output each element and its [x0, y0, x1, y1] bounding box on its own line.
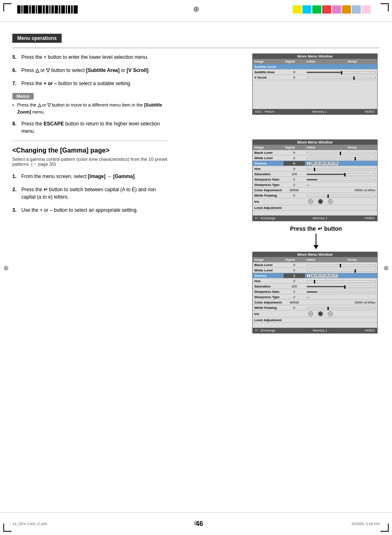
- menu-window-2-container: Move Menu Window Image Signal Initial Se…: [252, 139, 380, 334]
- step-7: 7. Press the + or – button to select a s…: [12, 80, 168, 87]
- arrow-container: Press the ↵ button: [252, 223, 380, 250]
- row3-val-st: 2: [284, 295, 305, 299]
- gamma-step-1-text: From the menu screen, select [Image] → […: [21, 173, 168, 180]
- menu2-empty-space: [253, 211, 377, 215]
- row-bar-la: [305, 207, 377, 208]
- menu-window-2-footer: ↵ : Exchange Memory 1 VIDEO: [253, 215, 377, 221]
- row3-val-wp: 0: [284, 306, 305, 310]
- footer-file: 14_DPX-1300_E.p65: [12, 522, 47, 526]
- footer-video: VIDEO: [364, 110, 375, 113]
- row-val-wp: 0: [284, 193, 305, 198]
- menu-window-3: Move Menu Window Image Signal Initial Se…: [252, 252, 378, 334]
- menu-row-gamma: Gamma A ABCDEFG: [253, 161, 377, 166]
- row-val-subtitle-zoom: [284, 66, 305, 67]
- menu-window-2-title: Move Menu Window: [253, 140, 377, 145]
- arrow-down-icon: [312, 234, 320, 250]
- footer-date: 9/20/05, 5:08 PM: [351, 522, 380, 526]
- row-bar-wp: [305, 194, 377, 197]
- row-val-la: [284, 207, 305, 208]
- row3-bar-wp: [305, 306, 377, 309]
- content-divider: [12, 141, 168, 141]
- row-val-bl: 0: [284, 151, 305, 155]
- row-bar-sg: [305, 178, 377, 181]
- row-val-wl: 0: [284, 156, 305, 160]
- menu-row-level-adj: Level Adjustment: [253, 205, 377, 211]
- footer2-video: VIDEO: [364, 216, 375, 220]
- barcode-top-left: [17, 5, 99, 14]
- menu-row-white-peaking: White Peaking 0: [253, 193, 377, 198]
- menu-row3-sharpness-gain: Sharpness Gain 2: [253, 289, 377, 294]
- menu-row-vscroll: V Scroll 0: [253, 75, 377, 80]
- svg-marker-1: [314, 245, 318, 249]
- menu-row-hue: Hue 0: [253, 166, 377, 171]
- iris-dot3-3: ⊙: [328, 311, 333, 316]
- menu-window-3-footer: ↵ : Exchange Memory 1 VIDEO: [253, 328, 377, 333]
- menu-row3-white-level: White Level 0: [253, 268, 377, 273]
- menu-row3-white-peaking: White Peaking 0: [253, 305, 377, 310]
- menu-row3-black-level: Black Level 0: [253, 262, 377, 268]
- row-val-subtitle-area: 0: [284, 70, 305, 74]
- gamma-section-title: <Changing the [Gamma] page>: [12, 147, 168, 154]
- gamma-step-2: 2. Press the ↵ button to switch between …: [12, 186, 168, 201]
- row3-val-gamma: 2: [284, 273, 305, 278]
- row-label-sat: Saturation: [253, 172, 284, 176]
- row-label-bl: Black Level: [253, 151, 284, 155]
- row3-bar-gamma: 2abcdef: [305, 273, 377, 278]
- corner-mark-tr: [380, 3, 389, 12]
- section-header: Menu operations: [12, 34, 62, 43]
- row-val-sat: 100: [284, 172, 305, 176]
- menu-row3-gamma: Gamma 2 2abcdef: [253, 273, 377, 278]
- row-label-subtitle-zoom: Subtitle Zoom: [253, 65, 284, 69]
- step-8-num: 8.: [12, 120, 21, 135]
- menu-row-subtitle-zoom: Subtitle Zoom: [253, 64, 377, 69]
- gamma-step-1: 1. From the menu screen, select [Image] …: [12, 173, 168, 180]
- menu-row-subtitle-area: Subtitle Area 0: [253, 69, 377, 75]
- row-label-iris: Iris: [253, 199, 284, 204]
- row3-label-sat: Saturation: [253, 284, 284, 289]
- mh-image: Image: [253, 59, 284, 64]
- footer3-exchange: ↵ : Exchange: [255, 329, 275, 332]
- mh3-initial: Initial: [305, 257, 346, 262]
- row3-label-sg: Sharpness Gain: [253, 290, 284, 294]
- row-label-wl: White Level: [253, 156, 284, 160]
- mh-initial: Initial: [305, 59, 346, 64]
- section-divider: [12, 48, 380, 48]
- mh3-setup: Setup: [346, 257, 377, 262]
- menu-window-1-headers: Image Signal Initial Setup: [253, 59, 377, 64]
- screen-column: Move Menu Window Image Signal Initial Se…: [252, 53, 380, 334]
- iris-dot3-1: ⊙: [308, 311, 313, 316]
- row-val-hue: 0: [284, 167, 305, 171]
- row3-bar-hue: [305, 279, 377, 283]
- iris-dot-2: ⊙: [318, 199, 323, 204]
- menu-row3-color-adj: Color Adjustment WRGB 6500K ±0.000uv: [253, 300, 377, 305]
- row-bar-ca: 6500K ±0.000uv: [305, 188, 377, 192]
- row3-val-wl: 0: [284, 268, 305, 273]
- row3-val-hue: 0: [284, 279, 305, 283]
- row3-label-ca: Color Adjustment: [253, 300, 284, 305]
- menu-row3-level-adj: Level Adjustment: [253, 317, 377, 323]
- step-6: 6. Press △ or ▽ button to select [Subtit…: [12, 67, 168, 74]
- text-column: 5. Press the + button to enter the lower…: [12, 53, 168, 220]
- menu3-empty-space: [253, 323, 377, 328]
- row-bar-wl: [305, 156, 377, 160]
- gamma-step-2-num: 2.: [12, 186, 21, 201]
- step-7-text: Press the + or – button to select a suit…: [21, 80, 168, 87]
- menu-row3-hue: Hue 0: [253, 278, 377, 284]
- row-val-ca: WRGB: [284, 188, 305, 192]
- row3-label-wl: White Level: [253, 268, 284, 273]
- iris-dot3-2: ⊙: [318, 311, 323, 316]
- menu-row-color-adj: Color Adjustment WRGB 6500K ±0.000uv: [253, 188, 377, 193]
- row3-val-sg: 2: [284, 290, 305, 294]
- menu-window-3-headers: Image Signal Initial Setup: [253, 257, 377, 262]
- row-bar-gamma: ABCDEFG: [305, 161, 377, 166]
- row-label-hue: Hue: [253, 167, 284, 171]
- menu-row-sharpness-gain: Sharpness Gain 2: [253, 177, 377, 182]
- row-label-st: Sharpness Type: [253, 183, 284, 187]
- row-bar-subtitle-zoom: [305, 66, 377, 67]
- row-label-gamma: Gamma: [253, 161, 284, 166]
- step-8: 8. Press the ESCAPE button to return to …: [12, 120, 168, 135]
- step-7-num: 7.: [12, 80, 21, 87]
- memo-box: Memo Press the △ or ▽ button to move to …: [12, 93, 168, 115]
- row3-val-la: [284, 320, 305, 320]
- memo-label: Memo: [12, 93, 34, 100]
